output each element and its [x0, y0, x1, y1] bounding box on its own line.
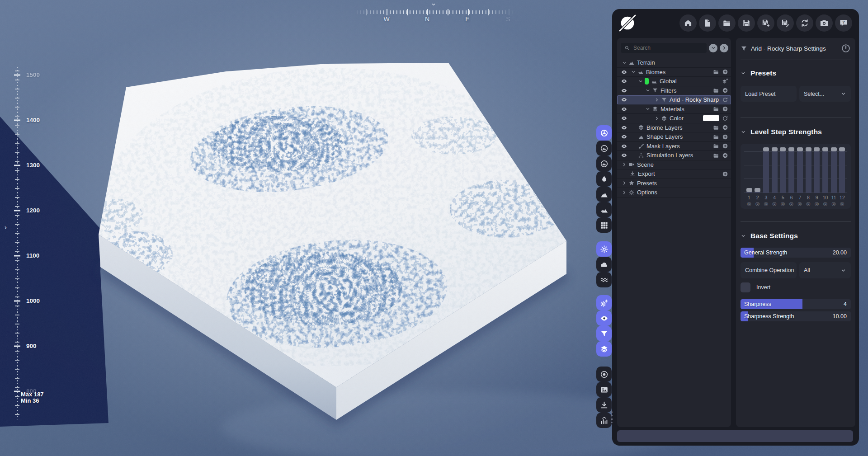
level-bar[interactable] — [814, 147, 820, 193]
tree-row-terrain[interactable]: Terrain — [617, 58, 731, 68]
screenshot-button[interactable] — [816, 14, 833, 32]
help-button[interactable] — [835, 14, 852, 32]
cloud-toggle-button[interactable] — [596, 257, 612, 272]
level-bar[interactable] — [839, 147, 845, 193]
left-panel-expander[interactable]: › — [5, 222, 12, 232]
level-steps-section-header[interactable]: Level Step Strengths — [736, 127, 855, 137]
folder-icon[interactable] — [713, 87, 719, 94]
tree-row-color[interactable]: Color — [617, 114, 731, 123]
chevron-right-icon[interactable] — [654, 116, 661, 121]
chevron-right-icon[interactable] — [622, 190, 628, 195]
level-bar[interactable] — [831, 147, 837, 193]
home-button[interactable] — [679, 14, 697, 32]
folder-icon[interactable] — [713, 106, 719, 112]
chevron-down-icon[interactable] — [638, 79, 645, 84]
snapshot-button[interactable] — [596, 382, 612, 397]
tree-row-shape-layers[interactable]: Shape Layers — [617, 132, 731, 142]
chevron-down-icon[interactable] — [622, 60, 628, 66]
record-button[interactable] — [596, 367, 612, 382]
chevron-down-icon[interactable] — [631, 69, 637, 75]
level-bar-visibility-toggle[interactable]: ◎ — [823, 201, 828, 206]
level-bar-visibility-toggle[interactable]: ◎ — [840, 201, 844, 206]
add-layer-icon[interactable] — [722, 78, 728, 85]
level-bar[interactable] — [822, 147, 828, 193]
visibility-eye-toggle[interactable] — [621, 143, 631, 150]
chevron-right-icon[interactable] — [622, 162, 628, 167]
visibility-eye-toggle[interactable] — [621, 133, 631, 140]
view-mode-wheel-button[interactable] — [596, 125, 612, 141]
add-plus-icon[interactable] — [722, 171, 728, 177]
load-preset-dropdown[interactable]: Select... — [799, 86, 851, 102]
view-mode-circle-mountain-button[interactable] — [596, 141, 612, 156]
add-plus-icon[interactable] — [722, 106, 728, 112]
chevron-down-icon[interactable] — [645, 88, 652, 93]
search-input-wrap[interactable] — [621, 43, 707, 53]
add-plus-icon[interactable] — [722, 134, 728, 140]
search-input[interactable] — [632, 44, 684, 52]
chevron-right-icon[interactable] — [622, 180, 628, 186]
processing-toggle-button[interactable] — [596, 295, 612, 310]
invert-checkbox[interactable] — [741, 282, 750, 292]
tree-row-arid-rocky-sharp[interactable]: Arid - Rocky Sharp — [617, 95, 731, 105]
general-strength-slider[interactable]: General Strength 20.00 — [741, 248, 851, 258]
filter-toggle-button[interactable] — [596, 326, 612, 341]
visibility-eye-toggle[interactable] — [621, 69, 631, 75]
level-bar-visibility-toggle[interactable]: ◎ — [772, 201, 777, 206]
tree-row-mask-layers[interactable]: Mask Layers — [617, 142, 731, 151]
level-bar-visibility-toggle[interactable]: ◎ — [747, 201, 751, 206]
settings-toggle-button[interactable] — [596, 241, 612, 257]
add-plus-icon[interactable] — [722, 87, 728, 94]
view-mode-horizon-button[interactable] — [596, 156, 612, 171]
base-settings-section-header[interactable]: Base Settings — [736, 230, 855, 241]
level-bar[interactable] — [763, 147, 769, 193]
sharpness-strength-slider[interactable]: Sharpness Strength 10.00 — [741, 311, 851, 321]
folder-icon[interactable] — [713, 124, 719, 131]
view-mode-water-button[interactable] — [596, 171, 612, 187]
level-bar-visibility-toggle[interactable]: ◎ — [831, 201, 836, 206]
combine-operation-dropdown[interactable]: All — [799, 262, 851, 278]
tree-row-biomes[interactable]: Biomes — [617, 68, 731, 77]
visibility-eye-toggle[interactable] — [621, 124, 631, 131]
presets-section-header[interactable]: Presets — [736, 68, 855, 79]
power-toggle-icon[interactable] — [841, 43, 851, 53]
tree-row-simulation-layers[interactable]: Simulation Layers — [617, 151, 731, 160]
tree-row-presets[interactable]: Presets — [617, 179, 731, 188]
add-plus-icon[interactable] — [722, 143, 728, 149]
level-bar[interactable] — [797, 147, 803, 193]
water-toggle-button[interactable] — [596, 272, 612, 287]
visibility-eye-toggle[interactable] — [621, 96, 631, 103]
level-bar[interactable] — [788, 147, 794, 193]
level-bar[interactable] — [755, 147, 760, 193]
tree-row-options[interactable]: Options — [617, 188, 731, 197]
level-bar-visibility-toggle[interactable]: ◎ — [755, 201, 760, 206]
tree-row-export[interactable]: Export — [617, 169, 731, 179]
folder-icon[interactable] — [713, 152, 719, 159]
visibility-toggle-button[interactable] — [596, 310, 612, 326]
level-bar[interactable] — [780, 147, 786, 193]
view-mode-scenery-button[interactable] — [596, 202, 612, 217]
save-as-button[interactable] — [757, 14, 774, 32]
new-file-button[interactable] — [699, 14, 716, 32]
open-project-button[interactable] — [718, 14, 736, 32]
sharpness-slider[interactable]: Sharpness 4 — [741, 299, 851, 309]
level-bar-visibility-toggle[interactable]: ◎ — [806, 201, 811, 206]
view-mode-grid-button[interactable] — [596, 217, 612, 233]
level-bar-visibility-toggle[interactable]: ◎ — [789, 201, 794, 206]
export-heightmap-button[interactable] — [596, 397, 612, 413]
tree-row-biome-layers[interactable]: Biome Layers — [617, 123, 731, 133]
reload-button[interactable] — [796, 14, 813, 32]
save-edit-button[interactable] — [777, 14, 794, 32]
color-swatch[interactable] — [703, 115, 719, 121]
level-bar[interactable] — [806, 147, 811, 193]
level-bar-visibility-toggle[interactable]: ◎ — [764, 201, 769, 206]
level-bar-visibility-toggle[interactable]: ◎ — [798, 201, 802, 206]
save-button[interactable] — [738, 14, 755, 32]
folder-icon[interactable] — [713, 69, 719, 75]
visibility-eye-toggle[interactable] — [621, 78, 631, 85]
visibility-eye-toggle[interactable] — [621, 87, 631, 94]
visibility-eye-toggle[interactable] — [621, 115, 631, 122]
level-bar-visibility-toggle[interactable]: ◎ — [815, 201, 819, 206]
refresh-icon[interactable] — [722, 115, 728, 122]
level-bar-visibility-toggle[interactable]: ◎ — [781, 201, 785, 206]
add-plus-icon[interactable] — [722, 69, 728, 75]
